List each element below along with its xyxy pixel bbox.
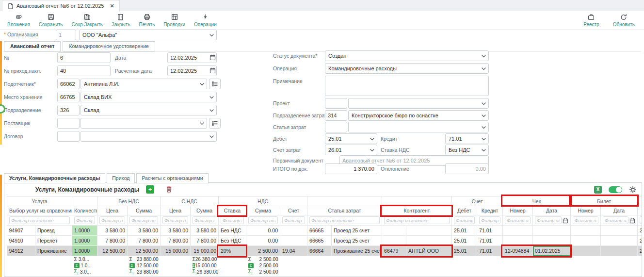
filter-input[interactable] [573,216,598,224]
table-cell[interactable]: 2 [638,226,642,236]
accountable-select[interactable]: Антипина Л.И. [80,79,207,89]
column-header[interactable]: Сумма [128,206,161,215]
table-cell[interactable] [533,226,571,236]
project-select[interactable] [348,98,489,109]
tab-receipt[interactable]: Приход [107,173,135,183]
filter-input[interactable] [309,216,380,224]
supplier-tree-button[interactable] [209,118,221,129]
table-cell[interactable]: 25.01 [452,226,477,236]
table-cell[interactable]: 25.01 [452,236,477,246]
operations-button[interactable]: Операции [190,12,221,28]
table-cell[interactable] [406,226,452,236]
column-header[interactable]: Цена [97,206,128,215]
invoice-num-field[interactable] [57,65,111,76]
filter-input[interactable] [193,216,216,224]
table-cell[interactable] [382,226,406,236]
table-cell[interactable]: АНТЕЙ ООО [406,246,452,256]
column-group-header[interactable]: НДС [219,196,307,206]
table-cell[interactable]: 7 800.00 [128,236,161,246]
table-cell[interactable]: 15 000.00 [191,246,219,256]
table-cell[interactable]: 01.02.2025 [533,246,571,256]
save-button[interactable]: Сохранить [34,12,67,28]
table-cell[interactable]: 1.0000 [72,246,97,256]
column-group-header[interactable]: Услуга [7,196,72,206]
table-cell[interactable]: 7 800.00 [191,236,219,246]
registry-button[interactable]: Реестр [579,12,604,28]
note-textarea[interactable] [325,76,489,96]
table-cell[interactable]: 7 800.00 [97,236,128,246]
calendar-icon[interactable] [629,218,635,224]
department-code-field[interactable] [57,105,80,115]
table-cell[interactable] [601,226,638,236]
table-cell[interactable]: Без НДС [219,236,246,246]
column-header[interactable]: Номер [571,206,601,215]
toggle-switch[interactable] [609,186,622,193]
print-button[interactable]: Печать [135,12,160,28]
tab-services-travel-expenses[interactable]: Услуги, Командировочные расходы [4,173,105,183]
cost-item-select[interactable] [348,122,489,132]
table-cell[interactable]: 66479 [382,246,406,256]
storage-select[interactable]: Склад БИХ [80,92,217,102]
filter-input[interactable] [9,216,70,224]
table-cell[interactable]: 1.0000 [72,236,97,246]
table-cell[interactable]: Проживание [35,246,72,256]
column-header[interactable]: Количество [72,206,97,215]
column-group-header[interactable]: С НДС [161,196,219,206]
project-code-field[interactable] [325,98,347,109]
table-cell[interactable]: 71.01 [477,246,503,256]
table-row[interactable]: 94907Проезд1.00003 580.003 580.003 580.0… [7,226,642,236]
column-header[interactable]: Дебет [452,206,477,215]
operation-select[interactable]: Командировочные расходы [325,63,489,74]
table-cell[interactable]: 12-094884 [503,246,533,256]
organization-select[interactable]: ООО "Альфа" [79,30,217,40]
column-header[interactable]: Дата [533,206,571,215]
accountable-tree-button[interactable] [209,79,221,89]
vat-rate-select[interactable]: Без НДС [445,145,489,155]
column-group-header[interactable]: Чек [503,196,571,206]
delete-row-button[interactable] [166,186,172,193]
table-cell[interactable] [533,236,571,246]
debit-select[interactable]: 25.01 [325,133,377,144]
calendar-icon[interactable] [563,218,568,224]
column-header[interactable]: Ставка [219,206,246,215]
filter-input[interactable] [162,216,188,224]
organization-code-field[interactable] [56,30,76,40]
table-cell[interactable]: 66665 [307,226,332,236]
cost-department-code-field[interactable] [325,110,347,121]
tab-travel-certificate[interactable]: Командировочное удостоверение [63,41,155,51]
accountable-code-field[interactable] [57,79,80,89]
filter-input[interactable] [129,216,158,224]
supplier-code-field[interactable] [57,118,80,129]
table-cell[interactable] [571,226,601,236]
attachments-button[interactable]: Вложения [3,12,34,28]
table-cell[interactable]: 94912 [7,246,35,256]
table-cell[interactable]: 2 [638,236,642,246]
department-select[interactable]: Склад [80,105,217,115]
table-cell[interactable] [601,246,638,256]
table-cell[interactable] [571,246,601,256]
cost-department-select[interactable]: Конструкторское бюро по оснастке [348,110,489,121]
filter-input[interactable] [384,216,450,224]
table-cell[interactable] [503,236,533,246]
storage-code-field[interactable] [57,92,80,102]
table-cell[interactable]: 66665 [307,236,332,246]
table-cell[interactable]: 66664 [307,246,332,256]
table-row[interactable]: 94912Проживание1.000012 500.0012 500.001… [7,246,642,256]
table-cell[interactable]: Проезд 25 счет [332,236,382,246]
table-cell[interactable]: Проезд 25 счет [332,226,382,236]
close-document-button[interactable]: Закрыть [107,12,135,28]
excel-export-icon[interactable]: X [594,186,602,194]
filter-input[interactable] [248,216,278,224]
status-select[interactable]: Создан [325,50,489,61]
document-tab[interactable]: Авансовый отчет №6 от 12.02.2025 ✕ [2,0,120,11]
table-cell[interactable]: 71.01 [477,226,503,236]
gear-icon[interactable] [629,186,637,194]
filter-input[interactable] [640,216,642,224]
table-cell[interactable] [280,236,307,246]
contract-select[interactable] [80,131,217,142]
filter-input[interactable] [603,216,628,224]
table-cell[interactable]: 71.01 [477,236,503,246]
column-group-header[interactable]: Счет [452,196,503,206]
filter-input[interactable] [505,216,531,224]
column-header[interactable]: Цена [161,206,191,215]
